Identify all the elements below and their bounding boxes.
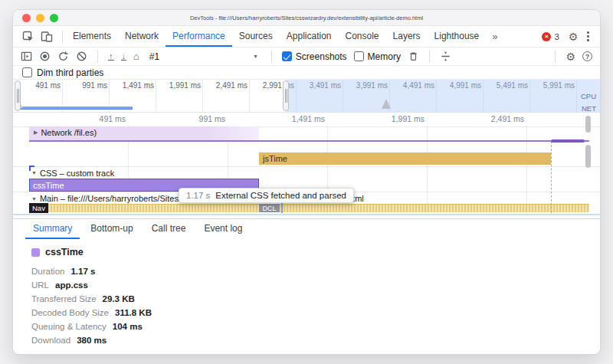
summary-row-label: Transferred Size [31,294,97,303]
main-track-label: Main – file:///Users/harryroberts/Sites/… [40,194,185,203]
main-thread-activity-bar[interactable] [29,204,589,212]
net-lane-label: NET [582,104,596,113]
screenshots-label: Screenshots [296,51,347,62]
tooltip-duration: 1.17 s [186,191,210,200]
cpu-activity-triangle [382,99,391,109]
summary-row-value: 311.8 KB [115,308,152,317]
summary-tab[interactable]: Summary [25,219,80,239]
overview-network-activity [16,107,133,110]
jstime-label: jsTime [263,154,287,163]
nav-marker: Nav [29,203,48,213]
load-profile-icon[interactable]: ↑ [108,52,114,61]
more-tabs-chevron-icon[interactable]: » [486,26,503,47]
overview-dimmed-region [286,80,600,112]
close-window-button[interactable] [22,14,31,22]
panel-tab[interactable]: Elements [66,26,118,47]
memory-checkbox[interactable]: Memory [354,51,401,62]
detail-ruler: 491 ms991 ms1,491 ms1,991 ms2,491 ms2, [29,114,600,123]
cpu-lane-label: CPU [581,92,596,100]
overview-left-handle[interactable] [15,80,21,111]
vertical-scrollbar-thumb[interactable] [585,145,591,168]
detail-tick-label: 1,491 ms [228,114,328,123]
divider [62,31,63,43]
summary-row-value: 29.3 KB [103,294,135,303]
settings-gear-icon[interactable]: ⚙ [569,31,579,42]
panel-tab[interactable]: Performance [166,26,232,47]
divider [555,51,556,63]
screenshots-checkbox[interactable]: Screenshots [282,51,347,62]
panel-tab[interactable]: Console [339,26,386,47]
dim-third-parties-row: Dim third parties [13,66,600,80]
devtools-tabbar: ElementsNetworkPerformanceSourcesApplica… [13,26,600,48]
network-track-label: Network /fil.es) [41,128,97,137]
overview-tick-label: 1,991 ms [156,81,203,90]
error-badge[interactable]: × 3 [542,32,559,41]
home-icon[interactable]: ⌂ [133,51,139,61]
zoom-window-button[interactable] [50,14,58,22]
panel-tab[interactable]: Sources [232,26,280,47]
css-custom-track-header[interactable]: ▼ CSS – custom track [29,167,114,179]
summary-tab[interactable]: Bottom-up [83,219,140,239]
dcl-marker-line [281,203,283,213]
memory-label: Memory [368,51,401,62]
csstime-label: cssTime [33,181,64,190]
vertical-scrollbar-thumb[interactable] [585,116,591,133]
summary-panel: SummaryBottom-upCall treeEvent log cssTi… [13,218,600,354]
error-icon: × [542,32,551,41]
history-selected: #1 [149,51,159,62]
inspect-element-icon[interactable] [22,31,34,43]
event-end-dashed-line [551,141,552,213]
summary-row: Duration 1.17 s [31,264,600,278]
overview-tick-label: 491 ms [16,81,63,90]
divider [97,51,98,63]
event-color-swatch [31,248,40,257]
summary-row-label: Decoded Body Size [31,308,109,317]
event-legend: cssTime [31,247,600,257]
summary-tabbar: SummaryBottom-upCall treeEvent log [13,219,600,239]
jstime-event-bar[interactable]: jsTime [259,152,551,165]
summary-row-value: 1.17 s [70,267,95,276]
flame-chart[interactable]: 491 ms991 ms1,491 ms1,991 ms2,491 ms2, ▶… [13,113,600,215]
checkbox-unchecked-icon[interactable] [22,67,32,77]
device-toolbar-icon[interactable] [41,31,53,43]
timeline-overview[interactable]: 491 ms991 ms1,491 ms1,991 ms2,491 ms2,99… [13,80,600,113]
record-icon[interactable] [39,51,51,62]
more-options-icon[interactable] [587,31,589,41]
help-icon[interactable]: ? [582,51,592,61]
panel-tab[interactable]: Network [118,26,166,47]
detail-tick-label: 991 ms [129,114,228,123]
summary-row: Decoded Body Size 311.8 KB [31,306,600,320]
reload-record-icon[interactable] [57,51,69,62]
toggle-sidebar-icon[interactable] [21,51,32,62]
capture-settings-gear-icon[interactable]: ⚙ [565,51,575,62]
minimize-window-button[interactable] [36,14,44,22]
summary-tab[interactable]: Call tree [144,219,194,239]
traffic-lights [22,14,58,22]
summary-tab[interactable]: Event log [196,219,250,239]
main-thread-track-header[interactable]: ▼ Main – file:///Users/harryroberts/Site… [29,193,185,204]
expanded-triangle-icon: ▼ [31,170,37,175]
collect-garbage-icon[interactable] [408,51,419,62]
summary-row-value: 380 ms [77,336,107,345]
checkbox-unchecked-icon [354,51,364,61]
panel-tab[interactable]: Application [280,26,339,47]
chevron-down-icon: ▼ [253,54,258,59]
overview-right-handle[interactable] [283,80,289,111]
panel-tab[interactable]: Layers [386,26,428,47]
summary-row: Queuing & Latency 104 ms [31,320,600,333]
panel-tab[interactable]: Lighthouse [428,26,487,47]
history-dropdown[interactable]: #1 ▼ [146,51,261,63]
panel-bottom-accent [13,214,600,215]
overview-tick-label: 1,491 ms [110,81,156,90]
checkbox-checked-icon [282,51,292,61]
summary-row: URL app.css [31,278,600,292]
event-title: cssTime [45,247,84,257]
collapse-tracks-icon[interactable] [440,51,451,62]
expanded-triangle-icon: ▼ [31,196,37,202]
save-profile-icon[interactable]: ↓ [121,52,127,61]
summary-row-label: Download [31,336,70,345]
collapsed-triangle-icon: ▶ [34,130,38,136]
network-track-header[interactable]: ▶ Network /fil.es) [31,128,97,137]
clear-icon[interactable] [76,51,87,62]
summary-row-label: URL [31,280,49,290]
